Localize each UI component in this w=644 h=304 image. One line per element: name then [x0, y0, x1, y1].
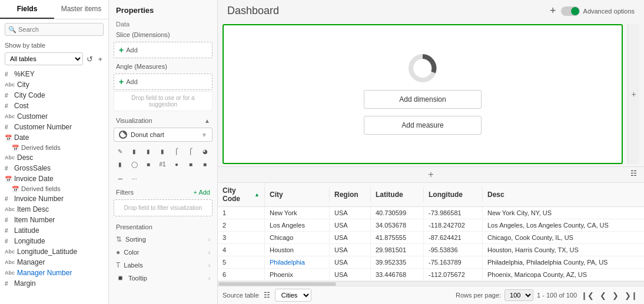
field-item-manager[interactable]: Abc Manager [0, 257, 108, 268]
field-item-citycode[interactable]: # City Code [0, 90, 108, 101]
add-table-button[interactable]: + [97, 54, 104, 65]
th-citycode[interactable]: City Code ▲ [218, 183, 265, 206]
map-icon-btn[interactable]: ▮ [142, 145, 155, 157]
toggle-track[interactable] [561, 6, 580, 16]
chevron-up-icon[interactable]: ▲ [204, 118, 210, 124]
pie-icon-btn active[interactable]: ◕ [198, 145, 211, 157]
boxplot-icon-btn[interactable]: ■ [198, 158, 211, 170]
field-item-cost[interactable]: # Cost [0, 101, 108, 111]
waterfall-icon-btn[interactable]: ■ [184, 158, 197, 170]
field-item-customer[interactable]: Abc Customer [0, 111, 108, 122]
filter-drop-zone[interactable]: Drop field to filter visualization [114, 199, 213, 216]
field-item-itemdesc[interactable]: Abc Item Desc [0, 204, 108, 215]
th-longitude[interactable]: Longitude [424, 187, 483, 202]
pres-sorting[interactable]: ⇅ Sorting › [109, 233, 217, 246]
left-tabs: Fields Master items [0, 0, 108, 19]
tab-master-items[interactable]: Master items [54, 0, 108, 19]
field-item-city[interactable]: Abc City [0, 79, 108, 90]
pres-color[interactable]: ● Color › [109, 246, 217, 259]
properties-panel: Properties Data Slice (Dimensions) + Add… [109, 0, 218, 304]
tab-fields[interactable]: Fields [0, 0, 54, 19]
td-city: New York [265, 207, 330, 219]
add-dimension-button[interactable]: Add dimension [364, 90, 482, 109]
field-item-date[interactable]: 📅 Date [0, 132, 108, 143]
field-item-date-derived[interactable]: 📅 Derived fields [0, 143, 108, 152]
field-item-pctkey[interactable]: # %KEY [0, 69, 108, 79]
field-item-margin[interactable]: # Margin [0, 278, 108, 289]
search-input[interactable] [5, 23, 104, 36]
field-label: Cost [14, 102, 29, 110]
scatter-icon-btn[interactable]: ■ [213, 145, 218, 157]
refresh-button[interactable]: ↺ [85, 54, 94, 65]
horizontal-scrollbar[interactable] [218, 281, 644, 286]
chart-type-selector[interactable]: Donut chart ▼ [114, 128, 213, 142]
field-item-invoicedate[interactable]: 📅 Invoice Date [0, 173, 108, 184]
th-region[interactable]: Region [330, 187, 371, 202]
bar-chart-icon-btn[interactable]: ✎ [114, 145, 127, 157]
rows-per-page-select[interactable]: 100 50 25 [504, 289, 533, 301]
heatmap-icon-btn[interactable]: ▮ [114, 158, 127, 170]
gauge-icon-btn[interactable]: ■ [142, 158, 155, 170]
table-icon-btn[interactable]: ▮ [128, 145, 141, 157]
treemap-icon-btn[interactable]: ◯ [128, 158, 141, 170]
show-by-table-label: Show by table [0, 39, 108, 51]
td-region: USA [330, 269, 371, 280]
area-icon-btn[interactable]: ⎧ [184, 145, 197, 157]
field-item-longitude[interactable]: # Longitude [0, 236, 108, 246]
chart-icons-grid: ✎ ▮ ▮ ▮ ⎧ ⎧ ◕ ■ ▮ ◯ ■ #1 ● ■ ■ ■ ⚊ … [109, 143, 217, 185]
td-region: USA [330, 244, 371, 256]
td-longitude: -75.163789 [424, 256, 483, 268]
field-item-invoicenumber[interactable]: # Invoice Number [0, 193, 108, 204]
expand-panel-button[interactable]: + [628, 24, 639, 164]
field-item-customernumber[interactable]: # Customer Number [0, 122, 108, 132]
field-item-grosssales[interactable]: # GrossSales [0, 163, 108, 173]
field-item-desc[interactable]: Abc Desc [0, 152, 108, 163]
next-page-button[interactable]: ❯ [610, 290, 620, 300]
horizontal-scroll-thumb[interactable] [218, 282, 336, 286]
line-icon-btn[interactable]: ⎧ [170, 145, 183, 157]
add-measure-button[interactable]: Add measure [364, 116, 482, 135]
table-select[interactable]: All tables [5, 52, 83, 65]
field-item-managernumber[interactable]: Abc Manager Number [0, 268, 108, 278]
bullet-icon-btn[interactable]: ▮ [156, 145, 169, 157]
tooltip-icon: ◾ [116, 274, 125, 282]
globe-icon-btn[interactable]: ● [170, 158, 183, 170]
add-table-button[interactable]: + [428, 169, 433, 180]
sorting-label: Sorting [125, 236, 146, 243]
kpi-icon-btn[interactable]: #1 [156, 158, 169, 170]
filter-add-button[interactable]: + Add [194, 189, 210, 196]
field-label: GrossSales [14, 164, 51, 172]
dist-icon-btn[interactable]: ■ [213, 158, 218, 170]
pres-labels[interactable]: T Labels › [109, 259, 217, 272]
table-icon: ☷ [264, 291, 270, 299]
filters-label: Filters [116, 189, 134, 196]
th-desc[interactable]: Desc [483, 187, 644, 202]
source-table-select[interactable]: Cities [275, 289, 311, 302]
field-item-longitudelatitude[interactable]: Abc Longitude_Latitude [0, 246, 108, 257]
dashboard-content: Add dimension Add measure + [218, 22, 644, 166]
pres-tooltip[interactable]: ◾ Tooltip › [109, 272, 217, 285]
th-latitude[interactable]: Latitude [371, 187, 424, 202]
th-latitude-label: Latitude [376, 191, 403, 199]
field-label: Longitude [14, 237, 45, 245]
source-table-section: Source table ☷ Cities [223, 289, 311, 302]
td-latitude: 33.446768 [371, 269, 424, 280]
more-icon-btn[interactable]: … [128, 171, 141, 183]
slice-drop-zone[interactable]: + Add [114, 42, 213, 58]
table-grid-icon[interactable]: ☷ [630, 169, 637, 178]
field-item-invoicedate-derived[interactable]: 📅 Derived fields [0, 184, 108, 193]
slice-add-icon: + [119, 45, 124, 55]
th-city[interactable]: City [265, 187, 330, 202]
calendar-icon: 📅 [5, 135, 12, 141]
table-row: 2 Los Angeles USA 34.053678 -118.242702 … [218, 219, 644, 232]
prev-page-button[interactable]: ❮ [598, 290, 608, 300]
field-item-latitude[interactable]: # Latitude [0, 225, 108, 236]
pivot-icon-btn[interactable]: ⚊ [114, 171, 127, 183]
first-page-button[interactable]: ❙❮ [579, 290, 596, 300]
advanced-options-toggle[interactable]: Advanced options [561, 6, 635, 16]
add-widget-button[interactable]: + [550, 5, 556, 17]
last-page-button[interactable]: ❯❙ [623, 290, 639, 300]
angle-drop-zone[interactable]: + Add [114, 74, 213, 90]
data-section-label: Data [109, 18, 217, 29]
field-item-itemnumber[interactable]: # Item Number [0, 215, 108, 225]
